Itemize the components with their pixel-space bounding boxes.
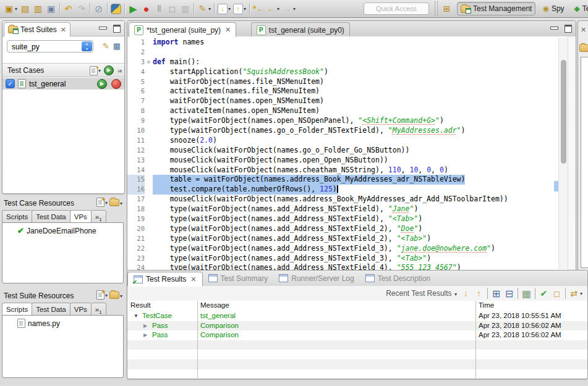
close-icon[interactable]: ✕: [225, 26, 231, 34]
line-number[interactable]: 6: [127, 86, 145, 96]
line-number[interactable]: 3: [127, 57, 145, 67]
result-row[interactable]: ▶PassComparisonApr 23, 2018 10:56:02 AM: [127, 330, 587, 340]
new-folder-icon[interactable]: ▾: [109, 198, 122, 207]
perspective-spy[interactable]: ◉Spy: [539, 2, 567, 15]
back-icon[interactable]: ←▾: [265, 2, 281, 15]
suite-settings-icon[interactable]: ▦: [113, 41, 121, 51]
tab-test-results[interactable]: ✔Test Results✕: [127, 272, 203, 287]
tsr-tab-1[interactable]: »1: [91, 303, 106, 316]
python-icon[interactable]: [109, 2, 122, 15]
recent-test-results-dropdown[interactable]: Recent Test Results ▾: [386, 289, 457, 298]
new-test-case-icon[interactable]: ▤: [19, 2, 32, 15]
result-row[interactable]: ▼TestCasetst_generalApr 23, 2018 10:55:5…: [127, 311, 587, 321]
new-file-icon[interactable]: ✦▾: [96, 290, 108, 300]
line-number[interactable]: 13: [127, 156, 145, 166]
windows-icon[interactable]: ▥: [179, 2, 192, 15]
line-number[interactable]: 15: [127, 175, 145, 185]
close-icon[interactable]: ✕: [190, 275, 196, 283]
combo-stepper-icon[interactable]: ▲▼: [82, 41, 92, 51]
line-number[interactable]: 20: [127, 224, 145, 234]
jump-to-previous-icon[interactable]: ↑: [472, 287, 485, 300]
tab-test-suites[interactable]: Test Suites ✕: [4, 22, 70, 36]
forward-icon[interactable]: →▾: [281, 2, 297, 15]
run-test-case-icon[interactable]: ▶: [97, 79, 107, 89]
line-number[interactable]: 10: [127, 126, 145, 136]
import-icon[interactable]: ↓▾: [216, 2, 232, 15]
minimize-icon[interactable]: [99, 27, 107, 30]
collapse-all-icon[interactable]: ⊟: [503, 287, 516, 300]
new-test-suite-icon[interactable]: ▣▾: [2, 2, 19, 15]
new-test-case-icon[interactable]: +▾: [90, 65, 101, 75]
line-number[interactable]: 17: [127, 195, 145, 204]
results-table-header[interactable]: ResultMessageTime: [127, 301, 587, 312]
new-report-icon[interactable]: ◻: [550, 287, 563, 300]
line-number[interactable]: 7: [127, 96, 145, 106]
quick-access-input[interactable]: [364, 2, 429, 15]
sort-icon[interactable]: ↓a: [117, 67, 121, 73]
line-number[interactable]: 9: [127, 116, 145, 126]
close-icon[interactable]: ✕: [581, 26, 586, 34]
editor-tab[interactable]: P*tst_general (suite_py)✕: [129, 22, 236, 37]
line-number[interactable]: 11: [127, 136, 145, 146]
expand-row-icon[interactable]: ▶: [143, 321, 147, 331]
expand-row-icon[interactable]: ▶: [143, 330, 147, 340]
editor-scrollbar[interactable]: [558, 38, 568, 269]
open-perspective-icon[interactable]: ⊞: [440, 2, 453, 15]
tcr-tab-scripts[interactable]: Scripts: [2, 210, 32, 224]
quickfix-brush-icon[interactable]: ✎▾: [196, 2, 212, 15]
tsr-item[interactable]: names.py: [2, 316, 123, 328]
line-number[interactable]: 4: [127, 67, 145, 77]
open-test-suite-icon[interactable]: ▥: [32, 2, 45, 15]
result-row[interactable]: ▶PassComparisonApr 23, 2018 10:56:02 AM: [127, 321, 587, 331]
screenshots-icon[interactable]: ▦: [520, 287, 533, 300]
line-number[interactable]: 1: [127, 38, 145, 48]
maximize-icon[interactable]: [113, 25, 121, 33]
new-folder-icon[interactable]: ▾: [109, 291, 122, 300]
record-test-case-icon[interactable]: [111, 79, 121, 89]
tsr-tab-vps[interactable]: VPs: [70, 303, 91, 316]
line-number[interactable]: 12: [127, 146, 145, 156]
line-number[interactable]: 21: [127, 234, 145, 244]
line-number[interactable]: 5: [127, 77, 145, 87]
collapse-row-icon[interactable]: ▼: [134, 311, 138, 321]
tsr-tab-scripts[interactable]: Scripts: [2, 303, 32, 316]
line-number[interactable]: 18: [127, 204, 145, 214]
minimize-icon[interactable]: [550, 27, 558, 30]
stop-icon[interactable]: ◻: [166, 2, 179, 15]
pick-object-icon[interactable]: ⊘: [92, 2, 105, 15]
line-number[interactable]: 2: [127, 48, 145, 57]
maximize-icon[interactable]: [565, 25, 572, 33]
tab-runner-server-log[interactable]: Runner/Server Log: [273, 271, 359, 286]
export-icon[interactable]: ↑▾: [232, 2, 247, 15]
save-icon[interactable]: ▣: [45, 2, 58, 15]
line-number[interactable]: 22: [127, 244, 145, 254]
perspective-test-management[interactable]: Test Management: [457, 2, 535, 15]
redo-icon[interactable]: ↷: [75, 2, 88, 15]
line-number[interactable]: 23: [127, 254, 145, 264]
passed-verifications-icon[interactable]: ✔: [537, 287, 550, 300]
test-case-row[interactable]: ✓tst_general▶: [2, 78, 124, 90]
column-header-message[interactable]: Message: [200, 301, 229, 309]
fold-marker[interactable]: ⊖: [145, 57, 152, 67]
checkbox-icon[interactable]: ✓: [6, 79, 15, 88]
tab-test-description[interactable]: Test Description: [360, 271, 436, 286]
line-number[interactable]: 8: [127, 106, 145, 116]
line-number[interactable]: 19: [127, 214, 145, 224]
object-map-icon[interactable]: ✎: [103, 41, 109, 51]
run-test-suite-icon[interactable]: ▶: [104, 65, 114, 75]
close-icon[interactable]: ✕: [61, 26, 66, 34]
jump-to-next-icon[interactable]: ↓: [459, 287, 472, 300]
tcr-tab-vps[interactable]: VPs: [70, 210, 91, 224]
record-icon[interactable]: ●: [140, 2, 153, 15]
line-number[interactable]: 16: [127, 185, 145, 195]
code-editor[interactable]: 1import names23⊖def main():4 startApplic…: [127, 36, 576, 271]
undo-icon[interactable]: ↶: [62, 2, 75, 15]
tcr-tab-testdata[interactable]: Test Data: [32, 210, 70, 224]
editor-tab[interactable]: Ptst_general (suite_py0): [251, 22, 350, 37]
filter-icon[interactable]: ⇄▾: [568, 287, 584, 300]
pause-icon[interactable]: ‖: [153, 2, 166, 15]
expand-all-icon[interactable]: ⊞: [490, 287, 503, 300]
perspective-test[interactable]: ◆Test: [571, 2, 588, 15]
last-edit-location-icon[interactable]: *←: [252, 2, 265, 15]
suite-combobox[interactable]: suite_py ▲▼: [7, 40, 93, 52]
